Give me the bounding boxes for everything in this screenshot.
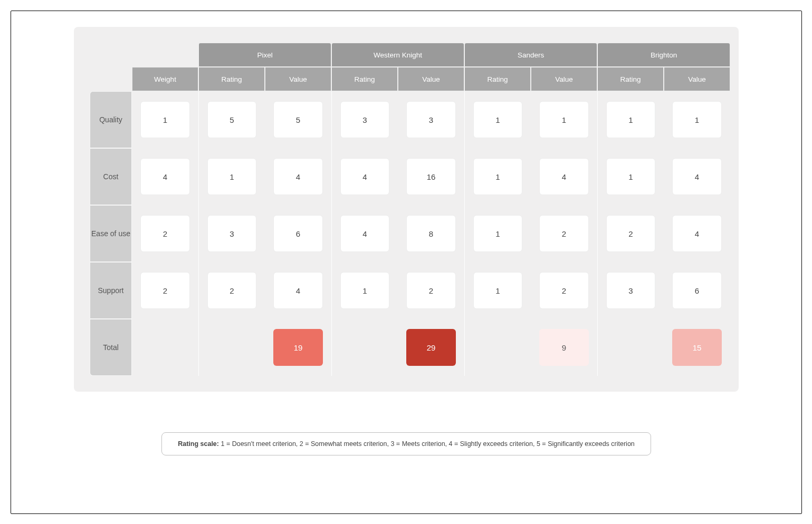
rating-header: Rating [198,67,265,91]
criterion-header: Support [90,262,132,319]
rating-scale-legend: Rating scale: 1 = Doesn't meet criterion… [161,432,651,455]
criterion-header: Cost [90,148,132,205]
criterion-header: Quality [90,91,132,148]
rating-cell[interactable]: 3 [340,101,389,138]
legend-text: 1 = Doesn't meet criterion, 2 = Somewhat… [219,440,635,448]
decision-matrix-table: Pixel Western Knight Sanders Brighton We… [90,43,730,376]
value-cell[interactable]: 2 [539,215,589,252]
value-cell[interactable]: 4 [273,158,323,195]
rating-cell[interactable]: 1 [473,101,522,138]
value-cell[interactable]: 6 [672,272,722,309]
value-cell[interactable]: 2 [539,272,589,309]
rating-header: Rating [331,67,398,91]
table-row: Quality155331111 [90,91,730,148]
value-cell[interactable]: 8 [406,215,456,252]
table-row: Cost4144161414 [90,148,730,205]
total-cell: 29 [406,329,456,366]
value-header: Value [531,67,597,91]
matrix-panel: Pixel Western Knight Sanders Brighton We… [74,27,739,392]
rating-cell[interactable]: 2 [606,215,655,252]
weight-cell[interactable]: 1 [140,101,190,138]
rating-cell[interactable]: 5 [207,101,256,138]
rating-header: Rating [464,67,531,91]
total-cell: 19 [273,329,323,366]
totals-row: Total1929915 [90,319,730,376]
value-cell[interactable]: 5 [273,101,323,138]
value-cell[interactable]: 16 [406,158,456,195]
value-cell[interactable]: 4 [539,158,589,195]
rating-cell[interactable]: 1 [340,272,389,309]
rating-cell[interactable]: 3 [606,272,655,309]
value-cell[interactable]: 1 [539,101,589,138]
value-cell[interactable]: 1 [672,101,722,138]
rating-cell[interactable]: 4 [340,215,389,252]
criterion-header: Ease of use [90,205,132,262]
value-cell[interactable]: 4 [273,272,323,309]
vendor-header: Brighton [597,43,730,67]
total-header: Total [90,319,132,376]
value-cell[interactable]: 4 [672,158,722,195]
value-cell[interactable]: 4 [672,215,722,252]
rating-cell[interactable]: 1 [207,158,256,195]
rating-header: Rating [597,67,664,91]
rating-cell[interactable]: 1 [473,272,522,309]
value-cell[interactable]: 2 [406,272,456,309]
weight-header: Weight [132,67,198,91]
value-header: Value [398,67,464,91]
rating-cell[interactable]: 1 [606,101,655,138]
value-cell[interactable]: 6 [273,215,323,252]
weight-cell[interactable]: 2 [140,215,190,252]
total-cell: 9 [539,329,589,366]
rating-cell[interactable]: 1 [473,158,522,195]
rating-cell[interactable]: 4 [340,158,389,195]
canvas-frame: Pixel Western Knight Sanders Brighton We… [11,11,802,514]
value-cell[interactable]: 3 [406,101,456,138]
vendor-header: Pixel [198,43,331,67]
rating-cell[interactable]: 1 [606,158,655,195]
rating-cell[interactable]: 3 [207,215,256,252]
vendor-header: Western Knight [331,43,464,67]
value-header: Value [265,67,331,91]
value-header: Value [664,67,730,91]
rating-cell[interactable]: 2 [207,272,256,309]
table-row: Ease of use236481224 [90,205,730,262]
total-cell: 15 [672,329,722,366]
weight-cell[interactable]: 2 [140,272,190,309]
legend-label: Rating scale: [178,440,219,448]
vendor-header: Sanders [464,43,597,67]
rating-cell[interactable]: 1 [473,215,522,252]
table-row: Support224121236 [90,262,730,319]
weight-cell[interactable]: 4 [140,158,190,195]
